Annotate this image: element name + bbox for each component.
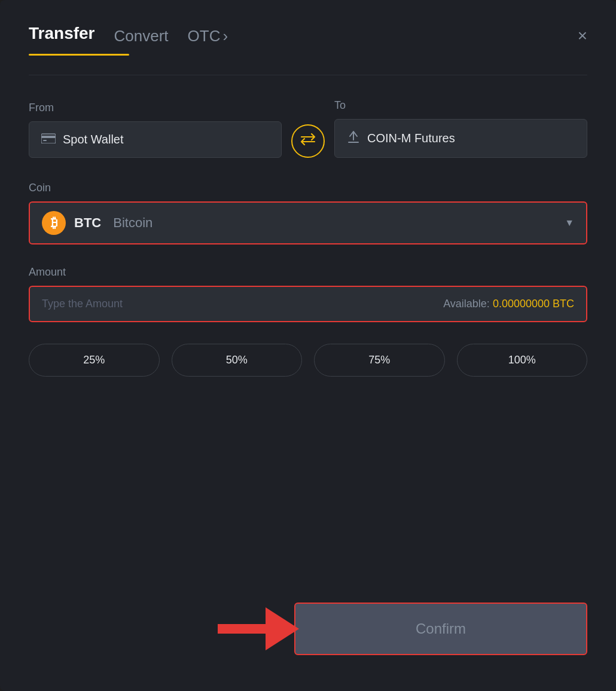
coin-fullname: Bitcoin	[113, 215, 153, 231]
arrow-icon	[266, 607, 299, 650]
to-wallet-box[interactable]: COIN-M Futures	[334, 119, 587, 158]
from-to-section: From Spot Wallet	[29, 99, 587, 158]
svg-rect-2	[43, 140, 47, 141]
modal-container: Transfer Convert OTC › × From	[0, 0, 616, 691]
from-label: From	[29, 102, 282, 114]
chevron-down-icon: ▼	[565, 218, 574, 228]
tab-underline	[29, 54, 129, 56]
amount-section: Amount Type the Amount Available: 0.0000…	[29, 266, 587, 322]
percent-buttons: 25% 50% 75% 100%	[29, 344, 587, 377]
arrow-container	[163, 607, 294, 650]
confirm-button[interactable]: Confirm	[294, 603, 587, 655]
tab-otc[interactable]: OTC ›	[188, 27, 228, 45]
coin-label: Coin	[29, 182, 51, 194]
available-amount: 0.00000000 BTC	[493, 298, 574, 310]
header-divider	[29, 75, 587, 75]
percent-50-button[interactable]: 50%	[172, 344, 303, 377]
header-tabs: Transfer Convert OTC ›	[29, 24, 559, 48]
header: Transfer Convert OTC › ×	[29, 24, 587, 48]
amount-placeholder[interactable]: Type the Amount	[42, 298, 123, 310]
from-wallet-label: Spot Wallet	[63, 133, 124, 146]
btc-icon: ₿	[42, 211, 66, 235]
tab-transfer[interactable]: Transfer	[29, 24, 95, 48]
available-label: Available:	[443, 298, 490, 310]
available-text: Available: 0.00000000 BTC	[443, 298, 574, 310]
bottom-area: Confirm	[29, 591, 587, 655]
svg-rect-0	[41, 134, 56, 143]
to-wallet-icon	[347, 130, 360, 146]
percent-25-button[interactable]: 25%	[29, 344, 160, 377]
from-wallet-icon	[41, 133, 56, 146]
to-label: To	[334, 99, 587, 112]
coin-selector[interactable]: ₿ BTC Bitcoin ▼	[29, 201, 587, 244]
tab-convert[interactable]: Convert	[114, 27, 169, 45]
amount-label: Amount	[29, 266, 66, 278]
to-wallet-label: COIN-M Futures	[367, 132, 455, 145]
svg-rect-1	[41, 136, 56, 138]
amount-box: Type the Amount Available: 0.00000000 BT…	[29, 286, 587, 322]
percent-75-button[interactable]: 75%	[314, 344, 445, 377]
swap-button[interactable]	[291, 124, 325, 158]
coin-section: Coin ₿ BTC Bitcoin ▼	[29, 182, 587, 244]
arrow-shaft	[218, 624, 266, 634]
tab-underline-container	[29, 54, 587, 56]
coin-symbol: BTC	[74, 215, 101, 231]
from-group: From Spot Wallet	[29, 102, 282, 158]
percent-100-button[interactable]: 100%	[457, 344, 588, 377]
to-group: To COIN-M Futures	[334, 99, 587, 158]
from-wallet-box[interactable]: Spot Wallet	[29, 121, 282, 158]
close-button[interactable]: ×	[578, 27, 587, 44]
swap-icon	[300, 133, 316, 149]
